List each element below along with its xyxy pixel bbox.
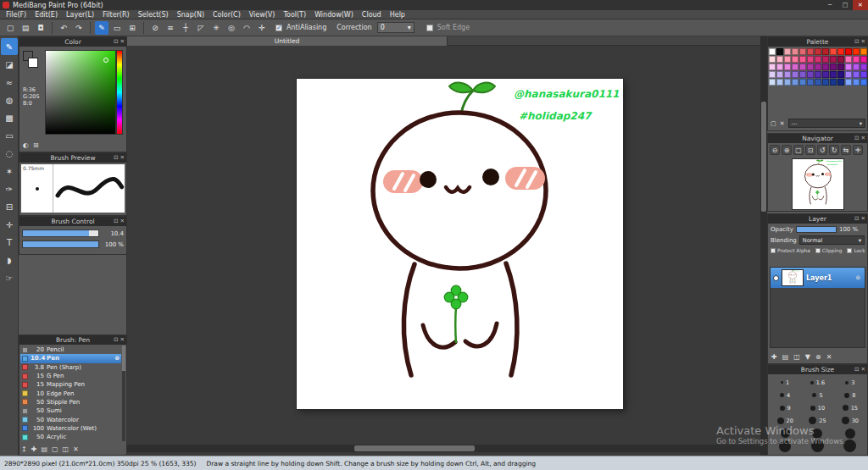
- gradient-tool[interactable]: ▩: [1, 109, 18, 126]
- palette-swatch[interactable]: [845, 71, 852, 78]
- close-icon[interactable]: ✕: [861, 134, 865, 143]
- close-icon[interactable]: ✕: [120, 335, 125, 345]
- brush-item[interactable]: 100Watercolor (Wet): [20, 424, 121, 433]
- palette-swatch[interactable]: [837, 48, 844, 55]
- palette-swatch[interactable]: [799, 48, 806, 55]
- palette-swatch[interactable]: [822, 64, 829, 70]
- close-icon[interactable]: ✕: [861, 214, 865, 224]
- palette-swatch[interactable]: [776, 79, 783, 86]
- brush-size-option[interactable]: 1: [769, 376, 801, 389]
- save-icon[interactable]: ◘: [34, 21, 47, 35]
- palette-swatch[interactable]: [792, 48, 798, 55]
- palette-swatch[interactable]: [799, 64, 806, 70]
- brush-opacity-slider[interactable]: [22, 241, 99, 248]
- palette-swatch[interactable]: [807, 48, 814, 55]
- brush-size-option[interactable]: 20: [769, 414, 801, 427]
- popout-icon[interactable]: ⊡: [854, 365, 859, 374]
- select-tool[interactable]: ▭: [1, 127, 18, 144]
- document-tab[interactable]: Untitled: [127, 36, 448, 46]
- menu-snapn[interactable]: Snap(N): [173, 10, 209, 19]
- sort-brush-icon[interactable]: ↥: [21, 445, 27, 453]
- snap-radial-icon[interactable]: ✳: [209, 21, 223, 35]
- layer-option-checkbox-clipping[interactable]: [815, 248, 821, 253]
- brush-stroke-icon[interactable]: ✎: [95, 21, 108, 35]
- palette-swatch[interactable]: [830, 79, 837, 86]
- delete-layer-icon[interactable]: ✕: [826, 353, 832, 361]
- popout-icon[interactable]: ⊡: [854, 214, 859, 224]
- palette-swatch[interactable]: [815, 71, 821, 78]
- palette-swatch[interactable]: [784, 56, 791, 63]
- rotate-left-icon[interactable]: ↺: [817, 145, 827, 155]
- close-button[interactable]: ✕: [853, 0, 868, 10]
- transform-icon[interactable]: ⊞: [125, 21, 139, 35]
- brush-size-option[interactable]: [834, 440, 866, 452]
- palette-set-dropdown[interactable]: --- ▾: [788, 119, 866, 128]
- move-tool[interactable]: ✛: [1, 216, 18, 233]
- brush-size-option[interactable]: 4: [769, 389, 801, 401]
- brush-size-option[interactable]: 5: [801, 389, 833, 401]
- palette-swatch[interactable]: [830, 48, 837, 55]
- brush-size-option[interactable]: 30: [834, 414, 866, 427]
- palette-swatch[interactable]: [784, 79, 791, 86]
- brush-size-option[interactable]: [834, 427, 866, 440]
- close-icon[interactable]: ✕: [120, 217, 125, 226]
- palette-swatch[interactable]: [807, 71, 814, 78]
- palette-swatch[interactable]: [776, 71, 783, 78]
- popout-icon[interactable]: ⊡: [114, 37, 118, 47]
- menu-toolt[interactable]: Tool(T): [279, 10, 310, 19]
- palette-swatch[interactable]: [845, 48, 852, 55]
- menu-cloud[interactable]: Cloud: [358, 10, 386, 19]
- select-pen-tool[interactable]: ✑: [1, 180, 18, 197]
- clear-layer-icon[interactable]: ⊗: [815, 353, 821, 361]
- popout-icon[interactable]: ⊡: [854, 37, 859, 47]
- brush-item[interactable]: 15G Pen: [20, 372, 121, 380]
- blending-dropdown[interactable]: Normal ▾: [799, 235, 865, 245]
- hand-tool[interactable]: ☞: [1, 269, 18, 286]
- menu-windoww[interactable]: Window(W): [310, 10, 358, 19]
- soft-edge-checkbox[interactable]: [426, 25, 433, 31]
- delete-brush-icon[interactable]: ✕: [73, 445, 79, 453]
- close-icon[interactable]: ✕: [120, 37, 125, 47]
- canvas[interactable]: [297, 79, 623, 409]
- close-icon[interactable]: ✕: [861, 37, 865, 47]
- minimize-button[interactable]: ─: [822, 0, 837, 10]
- close-icon[interactable]: ✕: [861, 365, 865, 374]
- lasso-tool[interactable]: ◌: [1, 145, 18, 162]
- color-wheel-icon[interactable]: ◐: [23, 141, 29, 149]
- palette-swatch[interactable]: [845, 79, 852, 86]
- palette-swatch[interactable]: [853, 71, 860, 78]
- hscroll-thumb[interactable]: [354, 445, 475, 451]
- palette-swatch[interactable]: [776, 56, 783, 63]
- menu-colorc[interactable]: Color(C): [209, 10, 245, 19]
- canvas-horizontal-scrollbar[interactable]: [127, 445, 760, 452]
- background-color-swatch[interactable]: [28, 58, 38, 68]
- palette-swatch[interactable]: [860, 48, 867, 55]
- antialiasing-checkbox[interactable]: [275, 25, 282, 31]
- brush-size-option[interactable]: 3: [834, 376, 866, 389]
- brush-size-option[interactable]: [769, 427, 801, 440]
- palette-swatch[interactable]: [860, 64, 867, 70]
- brush-size-option[interactable]: [801, 440, 833, 452]
- palette-swatch[interactable]: [815, 56, 821, 63]
- palette-swatch[interactable]: [853, 64, 860, 70]
- palette-swatch[interactable]: [837, 64, 844, 70]
- select-eraser-tool[interactable]: ⊟: [1, 198, 18, 215]
- snap-concentric-icon[interactable]: ◎: [225, 21, 238, 35]
- palette-swatch[interactable]: [769, 64, 776, 70]
- correction-dropdown[interactable]: 0 ▾: [377, 22, 415, 33]
- brush-list-scrollbar[interactable]: [122, 346, 125, 441]
- snap-curve-icon[interactable]: ◠: [240, 21, 253, 35]
- palette-swatch[interactable]: [784, 64, 791, 70]
- menu-filef[interactable]: File(F): [2, 10, 31, 19]
- palette-swatch[interactable]: [792, 64, 798, 70]
- text-tool[interactable]: T: [1, 234, 18, 251]
- snap-off-icon[interactable]: ⊘: [148, 21, 162, 35]
- menu-edite[interactable]: Edit(E): [31, 10, 62, 19]
- zoom-out-icon[interactable]: ⊖: [770, 145, 780, 155]
- brush-settings-icon[interactable]: ⊛: [114, 355, 120, 362]
- palette-swatch[interactable]: [799, 56, 806, 63]
- palette-swatch[interactable]: [837, 71, 844, 78]
- redo-icon[interactable]: ↷: [72, 21, 86, 35]
- palette-swatch[interactable]: [799, 79, 806, 86]
- palette-swatch[interactable]: [807, 79, 814, 86]
